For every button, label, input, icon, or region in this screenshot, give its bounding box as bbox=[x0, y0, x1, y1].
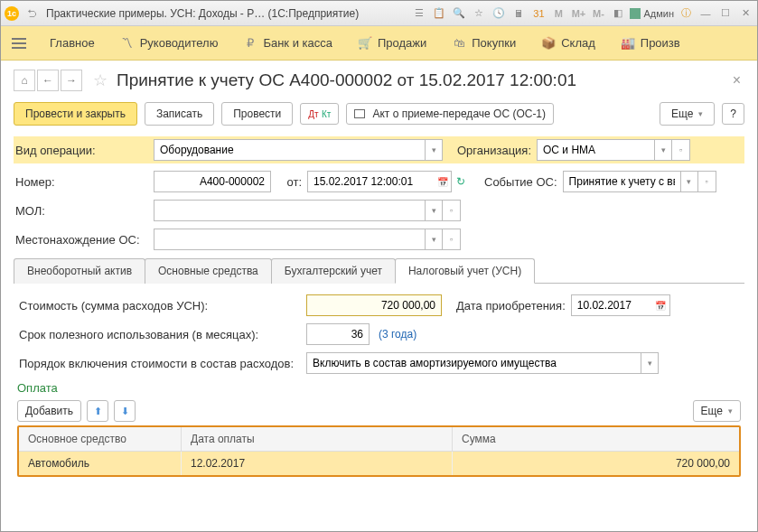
number-input[interactable] bbox=[154, 171, 271, 192]
acq-date-label: Дата приобретения: bbox=[442, 299, 571, 313]
dropdown-icon[interactable]: ▾ bbox=[425, 200, 443, 221]
post-and-close-button[interactable]: Провести и закрыть bbox=[14, 102, 137, 126]
more-button[interactable]: Еще bbox=[660, 102, 715, 126]
number-label: Номер: bbox=[14, 175, 154, 189]
col-asset[interactable]: Основное средство bbox=[19, 427, 182, 451]
dropdown-icon[interactable]: ▾ bbox=[425, 229, 443, 250]
cell-sum: 720 000,00 bbox=[453, 452, 739, 475]
tab-content-usn: Стоимость (сумма расходов УСН): Дата при… bbox=[14, 284, 744, 482]
event-label: Событие ОС: bbox=[470, 175, 563, 189]
org-label: Организация: bbox=[443, 144, 537, 157]
history-back-icon[interactable]: ⮌ bbox=[23, 5, 40, 22]
nav-sales[interactable]: 🛒Продажи bbox=[345, 26, 439, 61]
include-input[interactable] bbox=[306, 352, 641, 374]
date-label: от: bbox=[271, 175, 307, 189]
useful-life-input[interactable] bbox=[306, 323, 370, 345]
tab-tax-usn[interactable]: Налоговый учет (УСН) bbox=[395, 258, 535, 284]
row-number-date: Номер: от: 📅 ↻ Событие ОС: ▾ ▫ bbox=[14, 171, 744, 192]
app-logo-icon: 1c bbox=[5, 6, 19, 21]
user-name: Админ bbox=[643, 8, 674, 19]
mol-input[interactable] bbox=[154, 200, 425, 221]
location-input[interactable] bbox=[154, 229, 425, 250]
m-plus-icon[interactable]: M+ bbox=[570, 5, 586, 22]
open-icon[interactable]: ▫ bbox=[672, 139, 690, 161]
tool-icon[interactable]: 🔍 bbox=[451, 5, 467, 22]
row-operation-type: Вид операции: ▾ Организация: ▾ ▫ bbox=[14, 136, 744, 163]
close-window-icon[interactable]: ✕ bbox=[737, 5, 753, 22]
page-title: Принятие к учету ОС А400-000002 от 15.02… bbox=[117, 70, 576, 90]
nav-purchases[interactable]: 🛍Покупки bbox=[439, 26, 529, 61]
calendar-icon[interactable]: 31 bbox=[530, 5, 547, 22]
org-input[interactable] bbox=[537, 139, 654, 161]
calendar-picker-icon[interactable]: 📅 bbox=[434, 171, 452, 192]
refresh-icon[interactable]: ↻ bbox=[452, 175, 470, 188]
open-icon[interactable]: ▫ bbox=[443, 200, 461, 221]
event-input[interactable] bbox=[563, 171, 680, 192]
tool-icon[interactable]: 📋 bbox=[431, 5, 447, 22]
tab-fixed-assets[interactable]: Основные средства bbox=[145, 258, 272, 284]
favorite-icon[interactable]: ☆ bbox=[471, 5, 487, 22]
row-location: Местонахождение ОС: ▾ ▫ bbox=[14, 229, 744, 250]
tab-accounting[interactable]: Бухгалтерский учет bbox=[271, 258, 396, 284]
star-icon[interactable]: ☆ bbox=[89, 70, 111, 91]
post-button[interactable]: Провести bbox=[221, 102, 293, 126]
payment-table: Основное средство Дата оплаты Сумма Авто… bbox=[17, 425, 741, 477]
info-icon[interactable]: ⓘ bbox=[678, 5, 694, 22]
useful-life-hint[interactable]: (3 года) bbox=[370, 328, 416, 341]
dropdown-icon[interactable]: ▾ bbox=[680, 171, 698, 192]
close-page-icon[interactable]: × bbox=[729, 72, 744, 89]
minimize-icon[interactable]: — bbox=[697, 5, 714, 22]
dropdown-icon[interactable]: ▾ bbox=[641, 352, 659, 374]
tab-noncurrent-asset[interactable]: Внеоборотный актив bbox=[14, 258, 145, 284]
col-sum[interactable]: Сумма bbox=[453, 427, 739, 451]
open-icon[interactable]: ▫ bbox=[443, 229, 461, 250]
table-row[interactable]: Автомобиль 12.02.2017 720 000,00 bbox=[19, 452, 739, 475]
dt-kt-button[interactable]: Дт Кт bbox=[300, 103, 339, 125]
date-input[interactable] bbox=[307, 171, 434, 192]
save-button[interactable]: Записать bbox=[145, 102, 214, 126]
cost-input[interactable] bbox=[306, 294, 442, 316]
add-button[interactable]: Добавить bbox=[17, 400, 81, 422]
row-mol: МОЛ: ▾ ▫ bbox=[14, 200, 744, 221]
tool-icon[interactable]: ☰ bbox=[411, 5, 427, 22]
op-type-input[interactable] bbox=[154, 139, 425, 161]
help-button[interactable]: ? bbox=[722, 103, 744, 125]
calculator-icon[interactable]: 🖩 bbox=[510, 5, 527, 22]
op-type-label: Вид операции: bbox=[14, 144, 154, 157]
window-title: Практические примеры. УСН: Доходы - Р… (… bbox=[41, 7, 364, 20]
maximize-icon[interactable]: ☐ bbox=[717, 5, 734, 22]
user-icon bbox=[630, 8, 641, 19]
home-button[interactable]: ⌂ bbox=[14, 70, 35, 91]
nav-manager[interactable]: 〽Руководителю bbox=[108, 26, 231, 61]
calendar-picker-icon[interactable]: 📅 bbox=[652, 294, 670, 316]
col-date[interactable]: Дата оплаты bbox=[182, 427, 453, 451]
basket-icon: 🛍 bbox=[452, 36, 466, 51]
chart-icon: 〽 bbox=[120, 36, 135, 51]
back-button[interactable]: ← bbox=[37, 70, 59, 91]
m-icon[interactable]: M- bbox=[590, 5, 606, 22]
dropdown-icon[interactable]: ▾ bbox=[425, 139, 443, 161]
panels-icon[interactable]: ◧ bbox=[610, 5, 626, 22]
move-down-button[interactable]: ⬇ bbox=[114, 400, 136, 422]
factory-icon: 🏭 bbox=[621, 36, 635, 51]
menu-button[interactable] bbox=[6, 31, 32, 56]
payment-toolbar: Добавить ⬆ ⬇ Еще bbox=[17, 400, 741, 422]
dropdown-icon[interactable]: ▾ bbox=[654, 139, 672, 161]
move-up-button[interactable]: ⬆ bbox=[87, 400, 108, 422]
forward-button[interactable]: → bbox=[61, 70, 82, 91]
cell-date: 12.02.2017 bbox=[182, 452, 453, 475]
more-button[interactable]: Еще bbox=[693, 400, 741, 422]
nav-bank[interactable]: ₽Банк и касса bbox=[230, 26, 345, 61]
tool-icon[interactable]: 🕓 bbox=[491, 5, 507, 22]
acq-date-input[interactable] bbox=[571, 294, 652, 316]
mol-label: МОЛ: bbox=[14, 204, 154, 218]
nav-warehouse[interactable]: 📦Склад bbox=[529, 26, 608, 61]
m-minus-icon[interactable]: M bbox=[550, 5, 566, 22]
nav-production[interactable]: 🏭Произв bbox=[608, 26, 693, 61]
cell-asset: Автомобиль bbox=[19, 452, 182, 475]
location-label: Местонахождение ОС: bbox=[14, 233, 154, 247]
user-label[interactable]: Админ bbox=[630, 8, 674, 19]
print-act-button[interactable]: Акт о приеме-передаче ОС (ОС-1) bbox=[346, 103, 554, 125]
open-icon[interactable]: ▫ bbox=[698, 171, 716, 192]
nav-main[interactable]: Главное bbox=[37, 26, 108, 61]
